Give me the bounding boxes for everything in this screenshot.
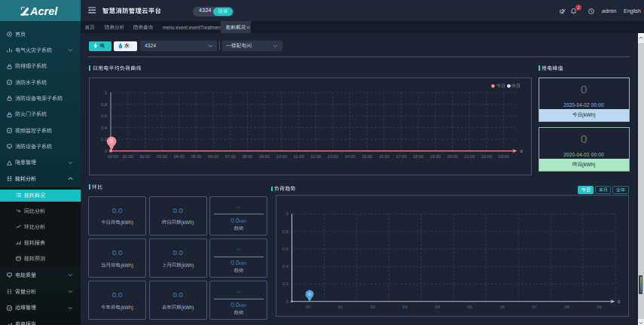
svg-text:07:00: 07:00 <box>224 153 235 158</box>
svg-text:21:00: 21:00 <box>464 153 475 158</box>
svg-text:04:00: 04:00 <box>173 153 184 158</box>
svg-text:0.4: 0.4 <box>101 125 107 129</box>
svg-text:0.8: 0.8 <box>101 102 107 106</box>
svg-text:1: 1 <box>285 212 288 217</box>
svg-text:19:00: 19:00 <box>429 153 440 158</box>
svg-text:09: 09 <box>597 305 601 309</box>
svg-text:15:00: 15:00 <box>362 153 372 158</box>
svg-text:12:00: 12:00 <box>310 153 321 158</box>
svg-text:00:00: 00:00 <box>107 153 118 158</box>
svg-text:17:00: 17:00 <box>395 153 406 158</box>
svg-text:03: 03 <box>402 305 407 309</box>
svg-text:14:00: 14:00 <box>344 153 355 158</box>
svg-text:08: 08 <box>564 305 569 309</box>
svg-text:20:00: 20:00 <box>447 153 457 158</box>
svg-text:0: 0 <box>520 148 523 153</box>
svg-text:05: 05 <box>467 305 472 309</box>
svg-text:10:00: 10:00 <box>276 153 286 158</box>
svg-text:Acrel: Acrel <box>29 5 58 17</box>
svg-text:02: 02 <box>370 305 374 309</box>
svg-text:04: 04 <box>435 305 440 309</box>
svg-text:0.8: 0.8 <box>282 229 288 234</box>
svg-text:1: 1 <box>104 90 106 95</box>
svg-text:0.4: 0.4 <box>282 264 288 269</box>
svg-text:00: 00 <box>305 305 310 309</box>
svg-text:0: 0 <box>104 148 106 153</box>
svg-text:0: 0 <box>285 299 288 304</box>
svg-text:06: 06 <box>499 305 504 309</box>
svg-text:05:00: 05:00 <box>191 153 201 158</box>
svg-text:01: 01 <box>337 305 342 309</box>
svg-text:03:00: 03:00 <box>157 153 167 158</box>
svg-text:0.2: 0.2 <box>282 282 288 287</box>
svg-text:08:00: 08:00 <box>242 153 252 158</box>
svg-text:11:00: 11:00 <box>293 153 304 158</box>
svg-text:0.6: 0.6 <box>101 114 107 118</box>
svg-text:23:00: 23:00 <box>498 153 508 158</box>
svg-text:0.2: 0.2 <box>101 137 107 141</box>
svg-text:09:00: 09:00 <box>259 153 270 158</box>
svg-text:0.6: 0.6 <box>282 247 288 251</box>
svg-text:13:00: 13:00 <box>327 153 337 158</box>
svg-text:07: 07 <box>532 305 536 309</box>
svg-text:02:00: 02:00 <box>139 153 150 158</box>
svg-text:16:00: 16:00 <box>378 153 389 158</box>
svg-text:0: 0 <box>110 138 113 144</box>
svg-text:01:00: 01:00 <box>122 153 133 158</box>
svg-text:0: 0 <box>618 299 621 304</box>
svg-text:22:00: 22:00 <box>481 153 492 158</box>
svg-text:18:00: 18:00 <box>413 153 423 158</box>
svg-text:06:00: 06:00 <box>208 153 218 158</box>
